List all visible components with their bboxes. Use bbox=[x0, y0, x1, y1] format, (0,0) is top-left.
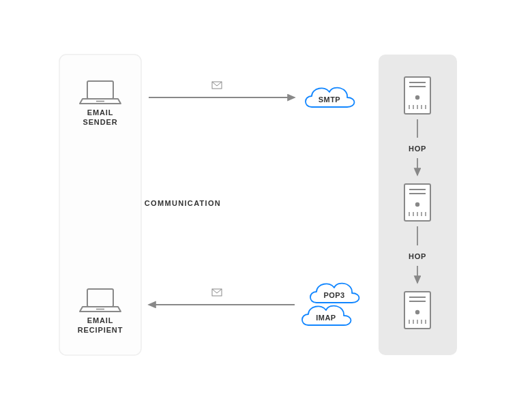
smtp-label: SMTP bbox=[319, 95, 340, 104]
envelope-icon-top bbox=[212, 82, 222, 89]
hop2-label: HOP bbox=[409, 252, 426, 260]
svg-point-18 bbox=[415, 202, 419, 207]
server-icon-1 bbox=[404, 77, 430, 114]
pop3-label: POP3 bbox=[323, 291, 344, 299]
server-icon-2 bbox=[404, 184, 430, 221]
sender-label-line1: EMAIL bbox=[87, 108, 114, 117]
sender-label-line2: SENDER bbox=[83, 118, 117, 126]
recipient-label-line2: RECIPIENT bbox=[78, 326, 123, 334]
sender-recipient-panel bbox=[59, 55, 141, 355]
imap-label: IMAP bbox=[316, 314, 336, 322]
hop1-label: HOP bbox=[409, 145, 426, 153]
recipient-label-line1: EMAIL bbox=[87, 316, 114, 324]
envelope-icon-bottom bbox=[212, 289, 222, 296]
email-protocol-diagram: EMAIL SENDER EMAIL RECIPIENT COMMUNICATI… bbox=[0, 0, 532, 409]
server-icon-3 bbox=[404, 292, 430, 329]
communication-label: COMMUNICATION bbox=[145, 199, 221, 207]
svg-point-9 bbox=[415, 95, 419, 100]
svg-point-27 bbox=[415, 310, 419, 314]
